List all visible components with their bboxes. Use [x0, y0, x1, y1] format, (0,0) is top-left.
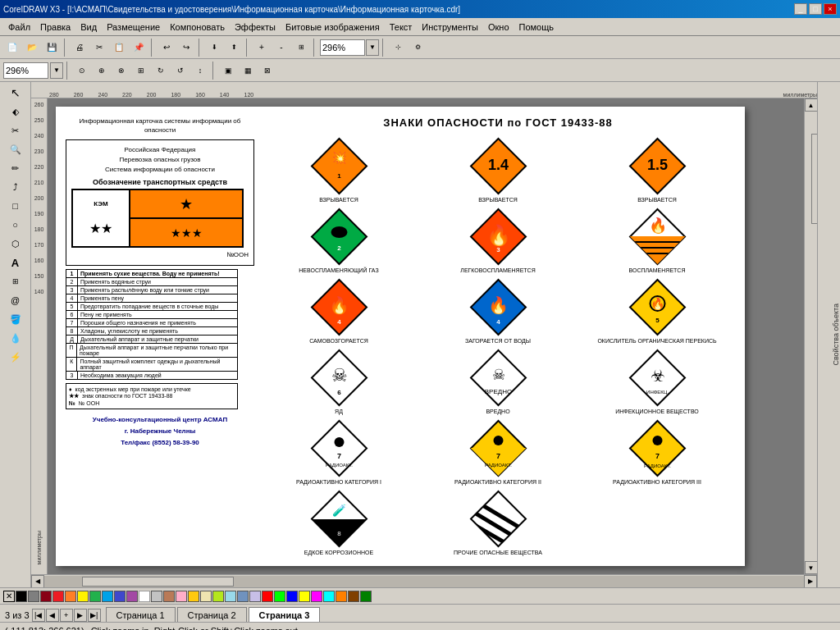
- color-orange[interactable]: [65, 591, 76, 602]
- color-brown[interactable]: [163, 591, 175, 602]
- color-darkbrown[interactable]: [348, 591, 359, 602]
- rect-tool[interactable]: □: [5, 197, 26, 215]
- spiral-tool[interactable]: @: [5, 291, 26, 309]
- table-tool[interactable]: ⊞: [5, 272, 26, 290]
- tab-next-button[interactable]: ▶: [74, 609, 87, 622]
- color-brightblue[interactable]: [286, 591, 298, 602]
- menu-view[interactable]: Вид: [75, 21, 102, 34]
- text-tool[interactable]: A: [5, 253, 26, 272]
- color-darkred[interactable]: [40, 591, 52, 602]
- tab-page1[interactable]: Страница 1: [106, 607, 176, 622]
- tab-prev-button[interactable]: ◀: [46, 609, 59, 622]
- color-brightgreen[interactable]: [274, 591, 285, 602]
- select-tool[interactable]: ↖: [5, 84, 26, 102]
- tb2-btn9[interactable]: ▦: [239, 62, 257, 80]
- color-blue[interactable]: [102, 591, 113, 602]
- menu-bitmaps[interactable]: Битовые изображения: [281, 21, 385, 34]
- color-yellow[interactable]: [77, 591, 89, 602]
- print-button[interactable]: 🖨: [71, 39, 89, 57]
- menu-help[interactable]: Помощь: [514, 21, 559, 34]
- color-cyan[interactable]: [323, 591, 335, 602]
- canvas-scroll[interactable]: Информационная карточка системы информац…: [48, 98, 804, 574]
- close-button[interactable]: ×: [824, 3, 837, 15]
- color-lightblue[interactable]: [225, 591, 236, 602]
- zoom2-dropdown[interactable]: ▼: [50, 62, 63, 79]
- color-white[interactable]: [139, 591, 150, 602]
- tab-first-button[interactable]: |◀: [32, 609, 45, 622]
- color-black[interactable]: [16, 591, 27, 602]
- color-brightyellow[interactable]: [299, 591, 310, 602]
- zoom-in-button[interactable]: +: [253, 39, 271, 57]
- scroll-down-button[interactable]: ▼: [805, 561, 818, 574]
- zoom-out-button[interactable]: -: [272, 39, 290, 57]
- tab-last-button[interactable]: ▶|: [88, 609, 101, 622]
- tb2-btn4[interactable]: ⊞: [132, 62, 150, 80]
- tb2-btn10[interactable]: ⊠: [258, 62, 276, 80]
- vertical-scrollbar[interactable]: ▲ ▼: [804, 98, 817, 574]
- color-pink[interactable]: [176, 591, 187, 602]
- color-lime[interactable]: [212, 591, 224, 602]
- scroll-thumb-v[interactable]: [811, 134, 818, 224]
- tb2-btn1[interactable]: ⊙: [73, 62, 91, 80]
- color-magenta[interactable]: [311, 591, 322, 602]
- color-gold[interactable]: [188, 591, 199, 602]
- color-green[interactable]: [89, 591, 101, 602]
- menu-layout[interactable]: Компоновать: [165, 21, 230, 34]
- new-button[interactable]: 📄: [3, 39, 21, 57]
- color-lightgray[interactable]: [151, 591, 162, 602]
- restore-button[interactable]: □: [809, 3, 822, 15]
- horizontal-scrollbar[interactable]: ◀ ▶: [31, 574, 817, 587]
- color-darkgreen[interactable]: [360, 591, 372, 602]
- poly-tool[interactable]: ⬡: [5, 235, 26, 253]
- zoom-input[interactable]: 296%: [320, 39, 365, 56]
- menu-effects[interactable]: Эффекты: [230, 21, 281, 34]
- zoom-fit-button[interactable]: ⊞: [292, 39, 310, 57]
- menu-edit[interactable]: Правка: [35, 21, 75, 34]
- shape-tool[interactable]: ⬖: [5, 103, 26, 121]
- tb2-btn3[interactable]: ⊗: [112, 62, 130, 80]
- color-darkorange[interactable]: [336, 591, 347, 602]
- menu-window[interactable]: Окно: [483, 21, 514, 34]
- scroll-up-button[interactable]: ▲: [805, 98, 818, 112]
- options-button[interactable]: ⚙: [409, 39, 427, 57]
- cut-button[interactable]: ✂: [90, 39, 108, 57]
- tb2-btn6[interactable]: ↺: [171, 62, 189, 80]
- scroll-right-button[interactable]: ▶: [804, 575, 817, 588]
- color-purple[interactable]: [126, 591, 138, 602]
- color-brightred[interactable]: [262, 591, 273, 602]
- import-button[interactable]: ⬇: [205, 39, 223, 57]
- eyedrop-tool[interactable]: 💧: [5, 329, 26, 347]
- tb2-btn5[interactable]: ↻: [152, 62, 170, 80]
- minimize-button[interactable]: _: [794, 3, 807, 15]
- save-button[interactable]: 💾: [43, 39, 61, 57]
- open-button[interactable]: 📂: [23, 39, 41, 57]
- interact-tool[interactable]: ⚡: [5, 348, 26, 366]
- scroll-thumb-h[interactable]: [82, 577, 234, 587]
- crop-tool[interactable]: ✂: [5, 121, 26, 139]
- color-lavender[interactable]: [249, 591, 261, 602]
- no-color-swatch[interactable]: ✕: [3, 591, 15, 602]
- freehand-tool[interactable]: ✏: [5, 159, 26, 177]
- export-button[interactable]: ⬆: [225, 39, 243, 57]
- color-cream[interactable]: [200, 591, 212, 602]
- undo-button[interactable]: ↩: [158, 39, 176, 57]
- zoom-dropdown[interactable]: ▼: [366, 39, 379, 56]
- scroll-track-h[interactable]: [44, 576, 804, 587]
- menu-arrange[interactable]: Размещение: [102, 21, 165, 34]
- scroll-left-button[interactable]: ◀: [31, 575, 44, 588]
- tb2-btn2[interactable]: ⊕: [93, 62, 111, 80]
- redo-button[interactable]: ↪: [177, 39, 195, 57]
- color-gray[interactable]: [28, 591, 39, 602]
- color-red[interactable]: [52, 591, 64, 602]
- menu-tools[interactable]: Инструменты: [417, 21, 483, 34]
- tab-add-button[interactable]: +: [60, 609, 73, 622]
- tab-page2[interactable]: Страница 2: [177, 607, 247, 622]
- paste-button[interactable]: 📌: [130, 39, 148, 57]
- color-steelblue[interactable]: [237, 591, 249, 602]
- copy-button[interactable]: 📋: [110, 39, 128, 57]
- menu-text[interactable]: Текст: [385, 21, 418, 34]
- smart-draw-tool[interactable]: ⤴: [5, 178, 26, 196]
- snap-button[interactable]: ⊹: [389, 39, 407, 57]
- ellipse-tool[interactable]: ○: [5, 216, 26, 234]
- menu-file[interactable]: Файл: [3, 21, 35, 34]
